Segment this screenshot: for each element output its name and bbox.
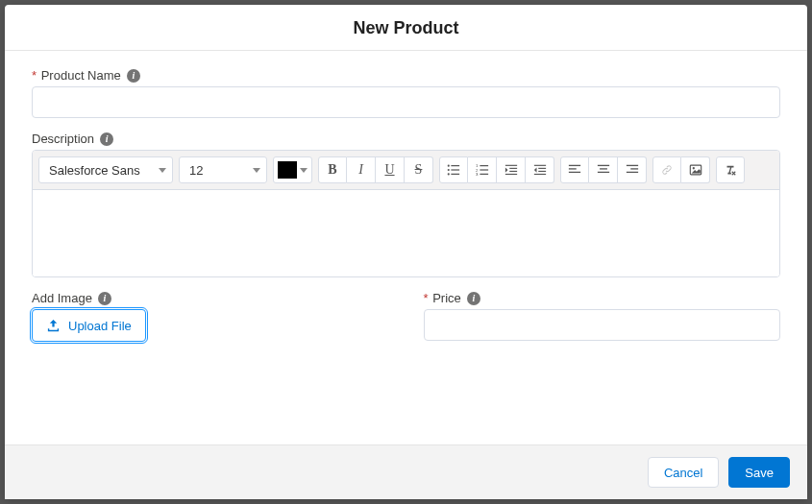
chevron-down-icon [159, 168, 166, 173]
svg-rect-28 [626, 172, 637, 173]
svg-rect-13 [509, 168, 517, 169]
description-label: Description i [32, 132, 780, 146]
svg-rect-9 [480, 169, 488, 170]
bulleted-list-button[interactable] [439, 156, 468, 183]
chevron-down-icon [300, 168, 308, 173]
upload-icon [46, 319, 61, 333]
text-color-picker[interactable] [273, 156, 312, 183]
svg-rect-11 [480, 174, 488, 175]
product-name-label: * Product Name i [32, 68, 780, 83]
svg-rect-5 [451, 174, 459, 175]
svg-rect-18 [538, 171, 546, 172]
svg-point-0 [448, 165, 450, 167]
svg-rect-27 [630, 168, 638, 169]
svg-point-4 [448, 173, 450, 175]
add-image-field: Add Image i Upload File [32, 291, 389, 342]
svg-rect-12 [504, 165, 516, 166]
price-field: * Price i [424, 291, 781, 341]
svg-point-2 [448, 169, 450, 171]
new-product-modal: New Product * Product Name i Description… [5, 5, 807, 499]
rte-toolbar: Salesforce Sans 12 B I U [33, 151, 779, 190]
svg-rect-20 [569, 165, 580, 166]
price-label: * Price i [424, 291, 781, 305]
cancel-button[interactable]: Cancel [648, 457, 719, 488]
align-right-button[interactable] [618, 156, 647, 183]
font-size-select[interactable]: 12 [179, 156, 267, 183]
modal-footer: Cancel Save [5, 444, 807, 499]
svg-rect-21 [569, 168, 577, 169]
add-image-label: Add Image i [32, 291, 389, 305]
numbered-list-button[interactable]: 123 [468, 156, 497, 183]
modal-header: New Product [5, 5, 807, 51]
align-center-button[interactable] [589, 156, 618, 183]
italic-button[interactable]: I [347, 156, 376, 183]
svg-rect-17 [538, 168, 546, 169]
strikethrough-button[interactable]: S [405, 156, 433, 183]
svg-point-30 [692, 167, 694, 169]
indent-button[interactable] [497, 156, 526, 183]
clear-formatting-button[interactable] [716, 156, 745, 183]
svg-rect-25 [597, 172, 608, 173]
align-left-button[interactable] [560, 156, 589, 183]
underline-button[interactable]: U [376, 156, 405, 183]
modal-title: New Product [5, 18, 807, 38]
info-icon[interactable]: i [98, 292, 111, 305]
svg-rect-24 [600, 168, 607, 169]
font-family-select[interactable]: Salesforce Sans [38, 156, 173, 183]
product-name-field: * Product Name i [32, 68, 780, 118]
link-button[interactable] [652, 156, 681, 183]
save-button[interactable]: Save [728, 457, 790, 488]
description-field: Description i Salesforce Sans 12 [32, 132, 780, 277]
svg-rect-26 [626, 165, 637, 166]
svg-rect-19 [533, 174, 545, 175]
bold-button[interactable]: B [318, 156, 347, 183]
rte-content-area[interactable] [33, 190, 779, 276]
svg-rect-23 [597, 165, 608, 166]
svg-rect-15 [504, 174, 516, 175]
svg-rect-22 [569, 172, 580, 173]
svg-rect-3 [451, 169, 459, 170]
svg-rect-1 [451, 165, 459, 166]
info-icon[interactable]: i [127, 69, 140, 83]
svg-text:3: 3 [476, 172, 479, 177]
color-swatch [278, 161, 297, 179]
chevron-down-icon [253, 168, 260, 173]
svg-rect-16 [533, 165, 545, 166]
image-button[interactable] [681, 156, 710, 183]
price-input[interactable] [424, 309, 781, 341]
upload-file-button[interactable]: Upload File [32, 309, 146, 342]
info-icon[interactable]: i [467, 292, 480, 305]
svg-rect-7 [480, 165, 488, 166]
outdent-button[interactable] [526, 156, 554, 183]
product-name-input[interactable] [32, 86, 780, 118]
svg-rect-14 [509, 171, 517, 172]
rich-text-editor: Salesforce Sans 12 B I U [32, 150, 780, 277]
info-icon[interactable]: i [100, 132, 113, 146]
modal-body: * Product Name i Description i Salesforc… [5, 51, 807, 444]
